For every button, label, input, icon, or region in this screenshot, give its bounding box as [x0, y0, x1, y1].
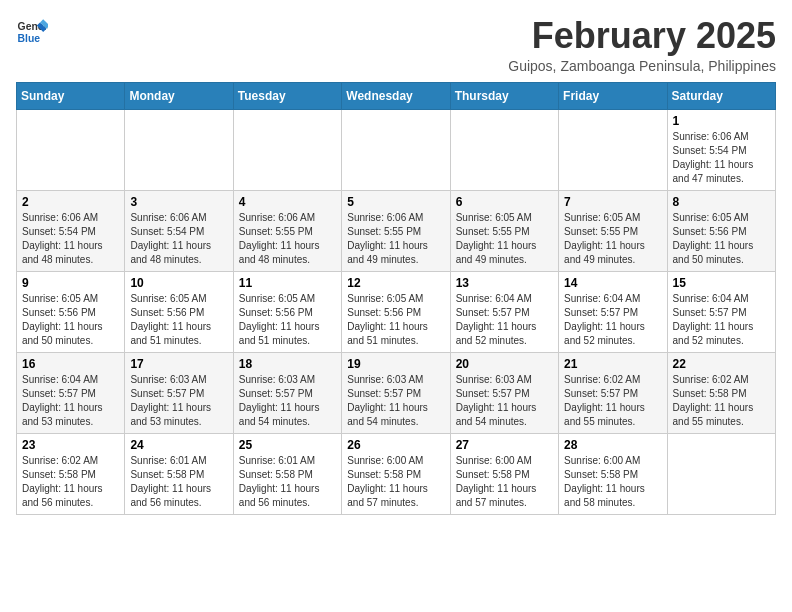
day-info: Sunrise: 6:06 AM Sunset: 5:55 PM Dayligh… — [239, 211, 336, 267]
calendar-cell — [342, 109, 450, 190]
day-number: 8 — [673, 195, 770, 209]
day-info: Sunrise: 6:03 AM Sunset: 5:57 PM Dayligh… — [239, 373, 336, 429]
day-info: Sunrise: 6:06 AM Sunset: 5:54 PM Dayligh… — [22, 211, 119, 267]
day-number: 17 — [130, 357, 227, 371]
calendar-cell: 2Sunrise: 6:06 AM Sunset: 5:54 PM Daylig… — [17, 190, 125, 271]
calendar-cell: 6Sunrise: 6:05 AM Sunset: 5:55 PM Daylig… — [450, 190, 558, 271]
calendar-cell: 12Sunrise: 6:05 AM Sunset: 5:56 PM Dayli… — [342, 271, 450, 352]
day-info: Sunrise: 6:06 AM Sunset: 5:54 PM Dayligh… — [673, 130, 770, 186]
day-info: Sunrise: 6:01 AM Sunset: 5:58 PM Dayligh… — [239, 454, 336, 510]
day-number: 9 — [22, 276, 119, 290]
calendar-cell: 10Sunrise: 6:05 AM Sunset: 5:56 PM Dayli… — [125, 271, 233, 352]
calendar-cell: 24Sunrise: 6:01 AM Sunset: 5:58 PM Dayli… — [125, 433, 233, 514]
day-info: Sunrise: 6:00 AM Sunset: 5:58 PM Dayligh… — [347, 454, 444, 510]
day-number: 6 — [456, 195, 553, 209]
calendar-cell: 25Sunrise: 6:01 AM Sunset: 5:58 PM Dayli… — [233, 433, 341, 514]
day-info: Sunrise: 6:02 AM Sunset: 5:57 PM Dayligh… — [564, 373, 661, 429]
day-info: Sunrise: 6:04 AM Sunset: 5:57 PM Dayligh… — [22, 373, 119, 429]
day-info: Sunrise: 6:03 AM Sunset: 5:57 PM Dayligh… — [130, 373, 227, 429]
calendar-cell: 20Sunrise: 6:03 AM Sunset: 5:57 PM Dayli… — [450, 352, 558, 433]
day-number: 14 — [564, 276, 661, 290]
day-info: Sunrise: 6:04 AM Sunset: 5:57 PM Dayligh… — [456, 292, 553, 348]
day-info: Sunrise: 6:05 AM Sunset: 5:56 PM Dayligh… — [347, 292, 444, 348]
day-info: Sunrise: 6:05 AM Sunset: 5:56 PM Dayligh… — [239, 292, 336, 348]
title-area: February 2025 Guipos, Zamboanga Peninsul… — [508, 16, 776, 74]
weekday-header-sunday: Sunday — [17, 82, 125, 109]
calendar-cell: 13Sunrise: 6:04 AM Sunset: 5:57 PM Dayli… — [450, 271, 558, 352]
calendar-cell: 26Sunrise: 6:00 AM Sunset: 5:58 PM Dayli… — [342, 433, 450, 514]
calendar-cell — [450, 109, 558, 190]
logo-icon: General Blue — [16, 16, 48, 48]
calendar-week-row: 16Sunrise: 6:04 AM Sunset: 5:57 PM Dayli… — [17, 352, 776, 433]
weekday-header-monday: Monday — [125, 82, 233, 109]
calendar-cell — [125, 109, 233, 190]
day-number: 2 — [22, 195, 119, 209]
day-number: 7 — [564, 195, 661, 209]
calendar-cell: 23Sunrise: 6:02 AM Sunset: 5:58 PM Dayli… — [17, 433, 125, 514]
weekday-header-row: SundayMondayTuesdayWednesdayThursdayFrid… — [17, 82, 776, 109]
calendar-cell: 28Sunrise: 6:00 AM Sunset: 5:58 PM Dayli… — [559, 433, 667, 514]
day-info: Sunrise: 6:05 AM Sunset: 5:56 PM Dayligh… — [673, 211, 770, 267]
calendar-cell: 8Sunrise: 6:05 AM Sunset: 5:56 PM Daylig… — [667, 190, 775, 271]
weekday-header-saturday: Saturday — [667, 82, 775, 109]
day-info: Sunrise: 6:06 AM Sunset: 5:55 PM Dayligh… — [347, 211, 444, 267]
day-number: 4 — [239, 195, 336, 209]
weekday-header-wednesday: Wednesday — [342, 82, 450, 109]
day-number: 11 — [239, 276, 336, 290]
calendar-cell: 15Sunrise: 6:04 AM Sunset: 5:57 PM Dayli… — [667, 271, 775, 352]
calendar-week-row: 2Sunrise: 6:06 AM Sunset: 5:54 PM Daylig… — [17, 190, 776, 271]
day-number: 1 — [673, 114, 770, 128]
logo: General Blue — [16, 16, 48, 48]
calendar-cell: 17Sunrise: 6:03 AM Sunset: 5:57 PM Dayli… — [125, 352, 233, 433]
day-number: 23 — [22, 438, 119, 452]
day-info: Sunrise: 6:06 AM Sunset: 5:54 PM Dayligh… — [130, 211, 227, 267]
day-info: Sunrise: 6:02 AM Sunset: 5:58 PM Dayligh… — [673, 373, 770, 429]
calendar-cell — [667, 433, 775, 514]
calendar-cell: 16Sunrise: 6:04 AM Sunset: 5:57 PM Dayli… — [17, 352, 125, 433]
calendar-week-row: 9Sunrise: 6:05 AM Sunset: 5:56 PM Daylig… — [17, 271, 776, 352]
day-info: Sunrise: 6:05 AM Sunset: 5:55 PM Dayligh… — [564, 211, 661, 267]
day-info: Sunrise: 6:05 AM Sunset: 5:55 PM Dayligh… — [456, 211, 553, 267]
month-title: February 2025 — [508, 16, 776, 56]
weekday-header-friday: Friday — [559, 82, 667, 109]
page-header: General Blue February 2025 Guipos, Zambo… — [16, 16, 776, 74]
weekday-header-tuesday: Tuesday — [233, 82, 341, 109]
day-number: 20 — [456, 357, 553, 371]
calendar-cell: 3Sunrise: 6:06 AM Sunset: 5:54 PM Daylig… — [125, 190, 233, 271]
weekday-header-thursday: Thursday — [450, 82, 558, 109]
day-number: 22 — [673, 357, 770, 371]
location-subtitle: Guipos, Zamboanga Peninsula, Philippines — [508, 58, 776, 74]
calendar-cell: 5Sunrise: 6:06 AM Sunset: 5:55 PM Daylig… — [342, 190, 450, 271]
calendar-cell: 18Sunrise: 6:03 AM Sunset: 5:57 PM Dayli… — [233, 352, 341, 433]
day-number: 24 — [130, 438, 227, 452]
day-number: 16 — [22, 357, 119, 371]
calendar-cell: 9Sunrise: 6:05 AM Sunset: 5:56 PM Daylig… — [17, 271, 125, 352]
calendar-cell: 4Sunrise: 6:06 AM Sunset: 5:55 PM Daylig… — [233, 190, 341, 271]
calendar-cell: 22Sunrise: 6:02 AM Sunset: 5:58 PM Dayli… — [667, 352, 775, 433]
day-info: Sunrise: 6:05 AM Sunset: 5:56 PM Dayligh… — [130, 292, 227, 348]
day-number: 13 — [456, 276, 553, 290]
day-number: 19 — [347, 357, 444, 371]
calendar-cell: 11Sunrise: 6:05 AM Sunset: 5:56 PM Dayli… — [233, 271, 341, 352]
calendar-cell: 14Sunrise: 6:04 AM Sunset: 5:57 PM Dayli… — [559, 271, 667, 352]
day-number: 21 — [564, 357, 661, 371]
day-number: 5 — [347, 195, 444, 209]
svg-text:Blue: Blue — [18, 33, 41, 44]
day-number: 26 — [347, 438, 444, 452]
day-info: Sunrise: 6:00 AM Sunset: 5:58 PM Dayligh… — [456, 454, 553, 510]
calendar-week-row: 23Sunrise: 6:02 AM Sunset: 5:58 PM Dayli… — [17, 433, 776, 514]
day-number: 10 — [130, 276, 227, 290]
calendar-cell — [233, 109, 341, 190]
day-number: 12 — [347, 276, 444, 290]
day-info: Sunrise: 6:04 AM Sunset: 5:57 PM Dayligh… — [564, 292, 661, 348]
day-number: 18 — [239, 357, 336, 371]
day-number: 27 — [456, 438, 553, 452]
calendar-table: SundayMondayTuesdayWednesdayThursdayFrid… — [16, 82, 776, 515]
day-number: 28 — [564, 438, 661, 452]
calendar-cell: 1Sunrise: 6:06 AM Sunset: 5:54 PM Daylig… — [667, 109, 775, 190]
day-number: 15 — [673, 276, 770, 290]
day-info: Sunrise: 6:05 AM Sunset: 5:56 PM Dayligh… — [22, 292, 119, 348]
day-info: Sunrise: 6:02 AM Sunset: 5:58 PM Dayligh… — [22, 454, 119, 510]
day-info: Sunrise: 6:03 AM Sunset: 5:57 PM Dayligh… — [347, 373, 444, 429]
day-info: Sunrise: 6:03 AM Sunset: 5:57 PM Dayligh… — [456, 373, 553, 429]
